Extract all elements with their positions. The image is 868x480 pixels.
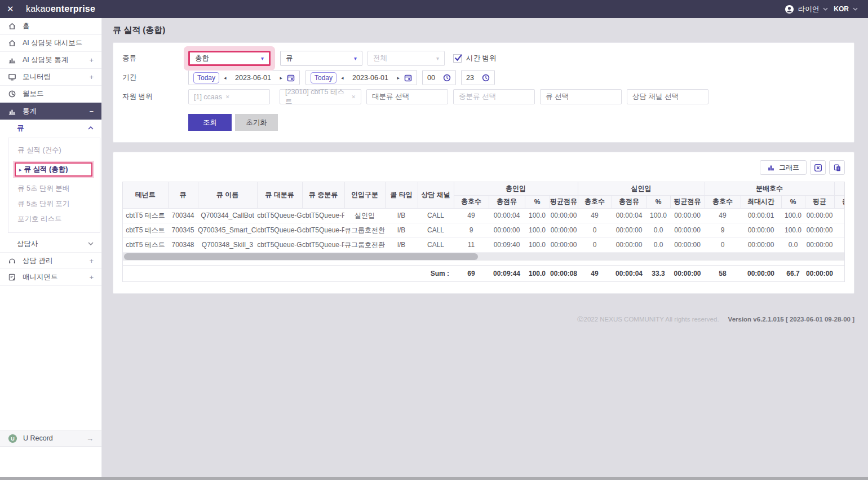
sub-header[interactable]: 최대시간 (741, 195, 781, 208)
remove-tag-icon[interactable]: ✕ (351, 94, 356, 100)
column-header[interactable]: 콜 타입 (385, 182, 418, 208)
hour-to-input[interactable]: 23 (461, 70, 495, 85)
group-header-real-inbound: 실인입 (578, 182, 705, 195)
today-button[interactable]: Today (193, 72, 219, 83)
reset-button[interactable]: 초기화 (235, 114, 278, 131)
table-cell: 00:00:00 (550, 223, 578, 237)
table-cell: cbtT5Queue-P (302, 223, 344, 237)
sub-header[interactable]: 평균점유 (670, 195, 705, 208)
active-marker-icon: ▸ (19, 167, 22, 173)
sum-cell: 33.3 (646, 266, 670, 281)
sub-header[interactable]: % (525, 195, 550, 208)
date-from-group: Today ◂ 2023-06-01 ▸ (188, 70, 300, 85)
sidebar-item-wallboard[interactable]: 월보드 (0, 86, 101, 103)
sidebar-item-consult-mgmt[interactable]: 상담 관리 + (0, 252, 101, 269)
sidebar-item-management[interactable]: 매니지먼트 + (0, 269, 101, 286)
column-header[interactable]: 상담 채널 (418, 182, 454, 208)
sub-header[interactable]: 총호수 (705, 195, 741, 208)
expand-plus-icon[interactable]: + (89, 273, 94, 281)
column-header[interactable]: 큐 대분류 (257, 182, 302, 208)
sidebar-item-ai-dashboard[interactable]: AI 상담봇 대시보드 (0, 35, 101, 52)
calendar-icon[interactable] (287, 74, 295, 82)
table-cell: 49 (454, 208, 489, 223)
calendar-icon[interactable] (404, 74, 412, 82)
search-button[interactable]: 조회 (188, 114, 232, 131)
column-header[interactable]: 큐 (168, 182, 198, 208)
hour-from-value: 00 (427, 74, 435, 82)
chevron-down-icon (88, 242, 94, 245)
sub-header[interactable]: 평균점유 (550, 195, 578, 208)
table-row[interactable]: cbtT5 테스트700348Q700348_Skill_3cbtT5Queue… (123, 237, 845, 252)
submenu-section-agent[interactable]: 상담사 (0, 235, 101, 252)
scrollbar-thumb[interactable] (124, 253, 478, 260)
channel-select-input[interactable]: 상담 채널 선택 (627, 89, 708, 104)
arrow-right-icon[interactable]: ▸ (397, 75, 400, 81)
copy-button[interactable] (829, 160, 845, 175)
submenu-item-queue-5s-abandon[interactable]: 큐 5초 단위 포기 (8, 196, 100, 212)
submenu-item-abandon-list[interactable]: 포기호 리스트 (8, 212, 100, 227)
u-record-link[interactable]: U U Record → (0, 430, 101, 447)
submenu-item-queue-count[interactable]: 큐 실적 (건수) (8, 143, 100, 158)
user-menu[interactable]: 라이언 (785, 5, 829, 14)
sidebar-item-ai-stats[interactable]: AI 상담봇 통계 + (0, 52, 101, 69)
sidebar-item-label: 홈 (23, 21, 94, 31)
table-cell: cbtT5 테스트 (123, 237, 168, 252)
table-cell: Q700344_CallBot (198, 208, 257, 223)
sidebar-item-stats[interactable]: 통계 − (0, 103, 101, 120)
hour-from-input[interactable]: 00 (422, 70, 456, 85)
date-to-value[interactable]: 2023-06-01 (348, 74, 393, 82)
submenu-section-queue[interactable]: 큐 (0, 120, 101, 136)
sum-cell: 00:00:08 (550, 266, 578, 281)
table-row[interactable]: cbtT5 테스트700344Q700344_CallBotcbtT5Queue… (123, 208, 845, 223)
column-header[interactable]: 인입구분 (344, 182, 385, 208)
tenant-tag-field[interactable]: [1] ccaas ✕ (188, 89, 270, 104)
sub-header[interactable]: 총호수 (454, 195, 489, 208)
table-cell: 큐그룹호전환 (344, 223, 385, 237)
expand-plus-icon[interactable]: + (89, 257, 94, 265)
column-header[interactable]: 큐 중분류 (302, 182, 344, 208)
sub-header[interactable]: % (781, 195, 805, 208)
expand-plus-icon[interactable]: + (89, 56, 94, 64)
clock-icon[interactable] (482, 74, 490, 82)
target-dropdown[interactable]: 큐 ▾ (280, 51, 362, 66)
filter-label-resource: 자원 범위 (122, 92, 188, 102)
sub-header[interactable]: 총호수 (578, 195, 612, 208)
type-dropdown[interactable]: 총합 ▾ (188, 51, 271, 66)
column-header[interactable]: 테넌트 (123, 182, 168, 208)
graph-button[interactable]: 그래프 (760, 160, 807, 175)
sub-header[interactable]: 총점유 (612, 195, 646, 208)
arrow-right-icon[interactable]: ▸ (280, 75, 282, 81)
date-from-value[interactable]: 2023-06-01 (231, 74, 276, 82)
sidebar-item-home[interactable]: 홈 (0, 18, 101, 35)
group-tag-field[interactable]: [23010] cbtT5 테스트 ✕ (280, 89, 361, 104)
filter-panel: 종류 총합 ▾ 큐 ▾ 전체 ▾ 시간 범위 기간 T (113, 42, 854, 143)
submenu-active-highlight: ▸ 큐 실적 (총합) (13, 161, 94, 178)
sidebar-item-monitoring[interactable]: 모니터링 + (0, 69, 101, 86)
clock-icon[interactable] (443, 74, 451, 82)
horizontal-scrollbar[interactable] (123, 253, 845, 261)
sub-header[interactable]: 총 (834, 195, 845, 208)
arrow-left-icon[interactable]: ◂ (341, 75, 344, 81)
submenu-item-queue-total[interactable]: ▸ 큐 실적 (총합) (15, 162, 92, 177)
remove-tag-icon[interactable]: ✕ (225, 94, 230, 100)
submenu-item-queue-5s-dist[interactable]: 큐 5초 단위 분배 (8, 181, 100, 196)
today-button[interactable]: Today (311, 72, 336, 83)
sub-header[interactable]: 총점유 (489, 195, 525, 208)
table-cell (834, 208, 845, 223)
sub-header[interactable]: 평균 (805, 195, 834, 208)
sub-header[interactable]: % (646, 195, 670, 208)
major-category-input[interactable]: 대분류 선택 (366, 89, 448, 104)
language-menu[interactable]: KOR (834, 5, 858, 13)
arrow-left-icon[interactable]: ◂ (224, 75, 227, 81)
close-icon[interactable]: ✕ (7, 4, 21, 14)
collapse-minus-icon[interactable]: − (89, 107, 94, 116)
time-range-checkbox[interactable]: 시간 범위 (453, 54, 496, 63)
checkbox-box[interactable] (453, 54, 462, 63)
table-row[interactable]: cbtT5 테스트700345Q700345_Smart_CBcbtT5Queu… (123, 223, 845, 237)
excel-export-button[interactable] (810, 160, 826, 175)
column-header[interactable]: 큐 이름 (198, 182, 257, 208)
table-cell: cbtT5Queue-P (302, 208, 344, 223)
window-bottom-scrollbar[interactable] (0, 477, 868, 480)
queue-select-input[interactable]: 큐 선택 (540, 89, 622, 104)
expand-plus-icon[interactable]: + (89, 73, 94, 81)
